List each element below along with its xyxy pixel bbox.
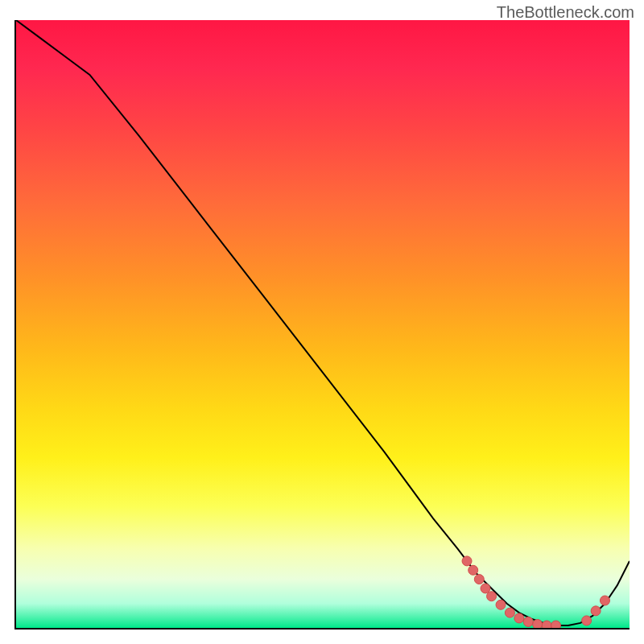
data-marker	[487, 592, 497, 601]
data-marker	[462, 556, 472, 566]
data-marker	[591, 606, 601, 616]
data-marker	[542, 621, 551, 628]
data-marker	[582, 616, 592, 625]
data-marker	[514, 613, 524, 623]
data-marker	[481, 584, 490, 593]
curve-line	[16, 20, 630, 625]
data-marker	[474, 575, 484, 584]
data-marker	[496, 600, 506, 609]
data-marker	[505, 608, 514, 617]
chart-svg	[16, 20, 630, 628]
data-marker	[600, 596, 609, 605]
plot-area	[14, 20, 630, 630]
data-marker	[523, 617, 533, 626]
data-markers	[462, 556, 609, 628]
data-marker	[469, 565, 478, 575]
data-marker	[533, 620, 543, 628]
data-marker	[551, 621, 561, 628]
watermark-text: TheBottleneck.com	[497, 3, 634, 22]
